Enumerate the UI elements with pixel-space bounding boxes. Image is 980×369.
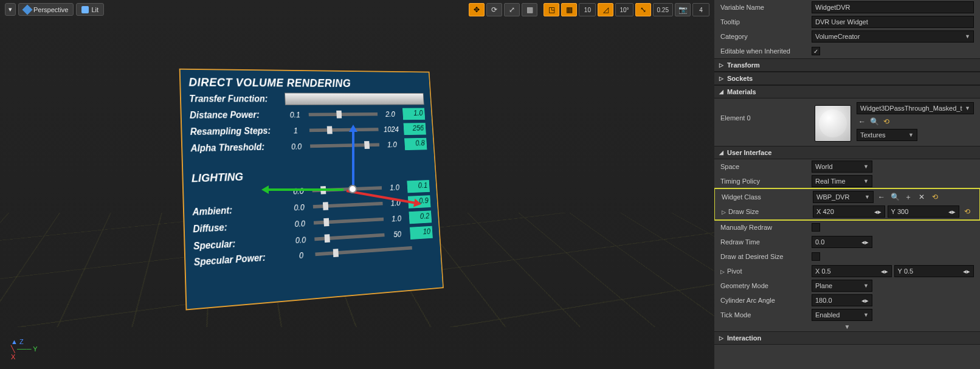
perspective-button[interactable]: Perspective: [18, 3, 74, 16]
grid-snap-button[interactable]: ▦: [561, 3, 577, 16]
param-label: Specular:: [193, 235, 287, 252]
category-select[interactable]: VolumeCreator▼: [812, 30, 974, 43]
param-value[interactable]: 0.8: [404, 138, 427, 150]
redraw-time-input[interactable]: 0.0◂▸: [812, 236, 872, 248]
category-label: Category: [720, 33, 812, 40]
cylinder-arc-input[interactable]: 180.0◂▸: [812, 294, 872, 306]
param-label: [192, 191, 285, 195]
geometry-mode-select[interactable]: Plane▼: [812, 280, 872, 292]
pivot-y-input[interactable]: Y 0.5◂▸: [894, 265, 975, 277]
browse-icon[interactable]: 🔍: [889, 191, 900, 202]
transform-section-header[interactable]: ▷Transform: [714, 58, 980, 72]
interaction-section-header[interactable]: ▷Interaction: [714, 331, 980, 345]
param-max: 50: [388, 229, 407, 240]
param-label: Distance Power:: [190, 109, 281, 120]
param-value[interactable]: 0.9: [408, 195, 431, 209]
reset-icon[interactable]: ⟲: [962, 206, 973, 217]
tick-mode-label: Tick Mode: [720, 311, 812, 319]
camera-speed-button[interactable]: 📷: [675, 3, 691, 16]
param-value[interactable]: 0.1: [407, 180, 430, 193]
param-max: 1024: [382, 125, 401, 134]
param-slider[interactable]: [312, 186, 382, 192]
widget-class-label: Widget Class: [722, 193, 813, 201]
draw-size-y-input[interactable]: Y 300◂▸: [888, 205, 960, 218]
editable-inherited-checkbox[interactable]: ✓: [812, 47, 820, 55]
param-max: 1.0: [385, 182, 404, 192]
param-max: 1.0: [383, 140, 401, 149]
coord-space-button[interactable]: ▦: [522, 3, 537, 16]
param-slider[interactable]: [315, 246, 412, 256]
select-mode-button[interactable]: ✥: [469, 3, 485, 16]
param-label: Ambient:: [192, 203, 285, 218]
sphere-icon: [81, 6, 89, 13]
details-panel: Variable Name WidgetDVR Tooltip DVR User…: [714, 0, 980, 369]
viewport[interactable]: ▾ Perspective Lit ✥ ⟳ ⤢ ▦ ◳ ▦ 10 ◿ 10° ⤡…: [0, 0, 714, 369]
param-min: 0.0: [290, 218, 309, 229]
space-select[interactable]: World▼: [812, 160, 872, 173]
materials-section-header[interactable]: ◢Materials: [714, 85, 980, 98]
param-value[interactable]: 1.0: [402, 108, 425, 120]
param-min: 0.0: [289, 186, 308, 196]
cylinder-arc-label: Cylinder Arc Angle: [720, 297, 812, 304]
lit-button[interactable]: Lit: [76, 3, 104, 16]
draw-desired-label: Draw at Desired Size: [720, 253, 812, 260]
reset-icon[interactable]: ⟲: [881, 116, 892, 127]
scale-snap-value[interactable]: 0.25: [653, 3, 673, 16]
camera-speed-value[interactable]: 4: [692, 3, 709, 16]
browse-icon[interactable]: 🔍: [869, 116, 880, 127]
param-label: Resampling Steps:: [190, 126, 283, 137]
pivot-label: Pivot: [727, 267, 742, 275]
manually-redraw-checkbox[interactable]: [812, 223, 820, 232]
use-selected-icon[interactable]: ←: [876, 191, 887, 202]
use-selected-icon[interactable]: ←: [857, 116, 868, 127]
widget-class-select[interactable]: WBP_DVR▼: [813, 191, 874, 203]
draw-desired-checkbox[interactable]: [812, 252, 820, 261]
param-label: Diffuse:: [193, 219, 286, 235]
textures-select[interactable]: Textures▼: [857, 129, 917, 141]
scale-snap-button[interactable]: ⤡: [635, 3, 651, 16]
tooltip-input[interactable]: DVR User Widget: [812, 16, 974, 28]
rotate-mode-button[interactable]: ⟳: [486, 3, 502, 16]
pivot-x-input[interactable]: X 0.5◂▸: [812, 265, 892, 277]
param-slider[interactable]: [309, 112, 378, 116]
draw-size-x-input[interactable]: X 420◂▸: [813, 205, 885, 218]
manually-redraw-label: Manually Redraw: [720, 224, 812, 231]
angle-snap-value[interactable]: 10°: [615, 3, 633, 16]
widget-title: DIRECT VOLUME RENDERING: [188, 75, 423, 90]
param-slider[interactable]: [314, 233, 384, 241]
material-thumbnail[interactable]: [815, 105, 851, 142]
param-slider[interactable]: [314, 218, 384, 225]
param-value[interactable]: 0.2: [409, 210, 432, 224]
cube-icon: [22, 4, 33, 15]
param-min: 0.0: [287, 142, 306, 151]
scale-mode-button[interactable]: ⤢: [504, 3, 520, 16]
sockets-section-header[interactable]: ▷Sockets: [714, 72, 980, 85]
add-icon[interactable]: ＋: [903, 191, 914, 202]
param-max: 2.0: [381, 109, 399, 118]
param-max: 1.0: [387, 213, 405, 223]
param-value[interactable]: 10: [410, 226, 433, 240]
material-select[interactable]: Widget3DPassThrough_Masked_t▼: [857, 102, 974, 114]
timing-select[interactable]: Real Time▼: [812, 175, 872, 187]
param-slider[interactable]: [309, 128, 379, 132]
ui-section-header[interactable]: ◢User Interface: [714, 146, 980, 159]
viewport-options-button[interactable]: ▾: [5, 3, 16, 16]
space-label: Space: [720, 163, 812, 170]
viewport-toolbar-right: ✥ ⟳ ⤢ ▦ ◳ ▦ 10 ◿ 10° ⤡ 0.25 📷 4: [469, 3, 709, 16]
param-slider[interactable]: [310, 143, 379, 148]
tick-mode-select[interactable]: Enabled▼: [812, 309, 872, 321]
param-max: 1.0: [387, 198, 405, 208]
surface-snap-button[interactable]: ◳: [543, 3, 559, 16]
angle-snap-button[interactable]: ◿: [598, 3, 613, 16]
transfer-func-dropdown[interactable]: [285, 93, 424, 105]
material-element-label: Element 0: [720, 102, 812, 122]
expand-more-button[interactable]: ▼: [714, 322, 980, 331]
widget-3d-panel[interactable]: DIRECT VOLUME RENDERING Transfer Functio…: [179, 69, 444, 311]
param-max: [416, 246, 433, 247]
param-value[interactable]: 256: [404, 123, 426, 135]
reset-icon[interactable]: ⟲: [930, 191, 940, 202]
param-slider[interactable]: [313, 202, 383, 209]
clear-icon[interactable]: ✕: [916, 191, 927, 202]
grid-snap-value[interactable]: 10: [579, 3, 596, 16]
variable-name-input[interactable]: WidgetDVR: [812, 1, 974, 13]
